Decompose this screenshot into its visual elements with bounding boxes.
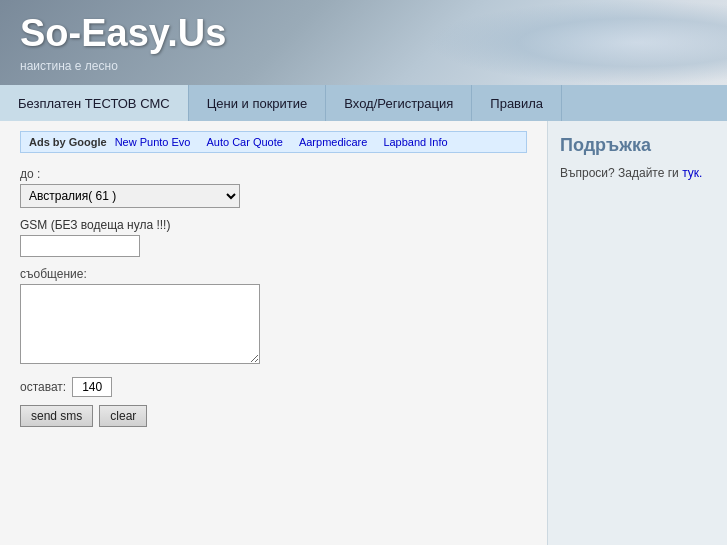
nav-item-prices[interactable]: Цени и покритие: [189, 85, 327, 121]
sidebar-question-text: Въпроси? Задайте ги: [560, 166, 679, 180]
ad-link-1[interactable]: Auto Car Quote: [206, 136, 282, 148]
sms-form: до : Австралия( 61 ) България( 359 ) Гер…: [20, 167, 527, 427]
remaining-row: остават:: [20, 377, 527, 397]
header: So-Easy.Us наистина е лесно: [0, 0, 727, 85]
nav-item-sms[interactable]: Безплатен ТЕСТОВ СМС: [0, 85, 189, 121]
site-subtitle: наистина е лесно: [20, 59, 226, 73]
to-group: до : Австралия( 61 ) България( 359 ) Гер…: [20, 167, 527, 208]
to-label: до :: [20, 167, 527, 181]
site-title: So-Easy.Us: [20, 12, 226, 55]
gsm-label: GSM (БЕЗ водеща нула !!!): [20, 218, 527, 232]
remaining-input[interactable]: [72, 377, 112, 397]
main-nav: Безплатен ТЕСТОВ СМС Цени и покритие Вхо…: [0, 85, 727, 121]
buttons-row: send sms clear: [20, 405, 527, 427]
content-area: Ads by Google New Punto Evo Auto Car Quo…: [0, 121, 547, 545]
country-select[interactable]: Австралия( 61 ) България( 359 ) Германия…: [20, 184, 240, 208]
remaining-label: остават:: [20, 380, 66, 394]
header-text: So-Easy.Us наистина е лесно: [20, 12, 226, 73]
sidebar-title: Подръжка: [560, 135, 715, 156]
header-globe-decoration: [427, 0, 727, 85]
send-sms-button[interactable]: send sms: [20, 405, 93, 427]
clear-button[interactable]: clear: [99, 405, 147, 427]
gsm-input[interactable]: [20, 235, 140, 257]
main-wrapper: Ads by Google New Punto Evo Auto Car Quo…: [0, 121, 727, 545]
ad-link-2[interactable]: Aarpmedicare: [299, 136, 367, 148]
sidebar-support-link[interactable]: тук.: [682, 166, 702, 180]
nav-item-rules[interactable]: Правила: [472, 85, 562, 121]
nav-item-login[interactable]: Вход/Регистрация: [326, 85, 472, 121]
message-textarea[interactable]: [20, 284, 260, 364]
gsm-group: GSM (БЕЗ водеща нула !!!): [20, 218, 527, 257]
message-group: съобщение:: [20, 267, 527, 367]
ad-link-3[interactable]: Lapband Info: [383, 136, 447, 148]
sidebar-support-text: Въпроси? Задайте ги тук.: [560, 166, 715, 180]
ads-by-google-label: Ads by Google: [29, 136, 107, 148]
ads-bar: Ads by Google New Punto Evo Auto Car Quo…: [20, 131, 527, 153]
ad-link-0[interactable]: New Punto Evo: [115, 136, 191, 148]
message-label: съобщение:: [20, 267, 527, 281]
sidebar: Подръжка Въпроси? Задайте ги тук.: [547, 121, 727, 545]
